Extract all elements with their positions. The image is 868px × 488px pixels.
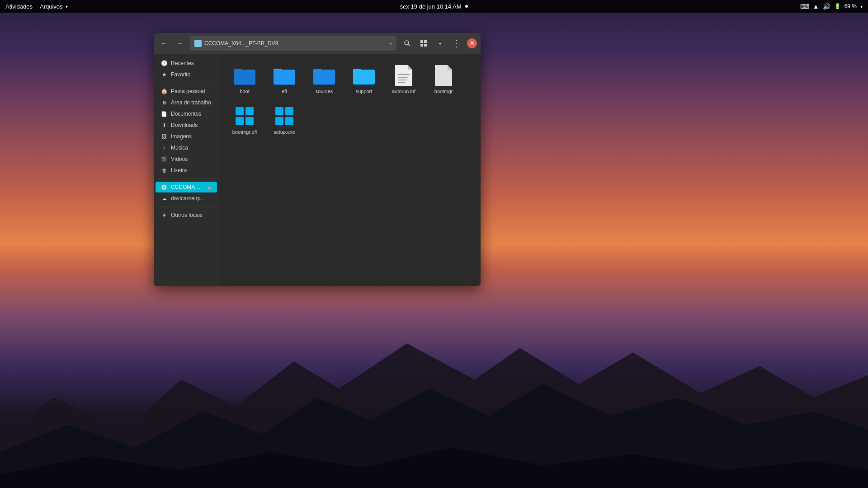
svg-rect-17 bbox=[313, 70, 335, 84]
file-item-sources[interactable]: sources bbox=[306, 61, 342, 98]
location-text: CCCOMA_X64..._PT-BR_DV9 bbox=[204, 40, 387, 47]
sidebar-divider-3 bbox=[157, 206, 215, 207]
svg-rect-11 bbox=[234, 70, 255, 84]
doc-icon-bootmgr bbox=[433, 65, 454, 86]
sidebar-item-recentes[interactable]: 🕐 Recentes bbox=[156, 58, 217, 69]
svg-rect-31 bbox=[236, 117, 244, 125]
sidebar-label-google-drive: davicarneirp@gmail... bbox=[171, 195, 207, 202]
svg-rect-30 bbox=[245, 107, 254, 115]
sidebar-item-outros-locais[interactable]: + Outros locais bbox=[156, 210, 217, 221]
svg-rect-7 bbox=[420, 44, 423, 47]
sidebar-item-downloads[interactable]: ⬇ Downloads bbox=[156, 120, 217, 131]
titlebar: ← → CCCOMA_X64..._PT-BR_DV9 ▾ bbox=[154, 33, 481, 54]
back-button[interactable]: ← bbox=[157, 37, 170, 50]
svg-rect-32 bbox=[245, 117, 254, 125]
videos-icon: 🎬 bbox=[161, 156, 167, 162]
svg-line-4 bbox=[408, 44, 410, 46]
svg-rect-33 bbox=[275, 107, 283, 115]
sidebar-label-area-trabalho: Área de trabalho bbox=[171, 99, 211, 106]
more-options-button[interactable]: ⋮ bbox=[449, 36, 463, 51]
view-dropdown-button[interactable]: ▾ bbox=[433, 36, 447, 51]
notification-dot bbox=[465, 5, 468, 8]
sidebar-item-imagens[interactable]: 🖼 Imagens bbox=[156, 131, 217, 142]
topbar-center: sex 19 de jun 10:14 AM bbox=[400, 3, 468, 10]
svg-rect-36 bbox=[285, 117, 293, 125]
svg-marker-22 bbox=[408, 65, 412, 70]
sidebar-label-favorito: Favorito bbox=[171, 71, 190, 78]
file-item-autorun-inf[interactable]: autorun.inf bbox=[386, 61, 422, 98]
recentes-icon: 🕐 bbox=[161, 60, 167, 66]
sidebar-item-documentos[interactable]: 📄 Documentos bbox=[156, 108, 217, 119]
sidebar-label-cccoma: CCCOMA_X64FR... bbox=[171, 184, 203, 190]
imagens-icon: 🖼 bbox=[161, 133, 167, 140]
keyboard-icon[interactable]: ⌨ bbox=[800, 3, 809, 10]
sidebar-item-musica[interactable]: ♪ Música bbox=[156, 142, 217, 153]
files-app-menu[interactable]: Arquivos ▾ bbox=[40, 3, 68, 10]
sidebar-item-pasta-pessoal[interactable]: 🏠 Pasta pessoal bbox=[156, 86, 217, 97]
close-button[interactable]: ✕ bbox=[467, 38, 477, 48]
sidebar-label-videos: Vídeos bbox=[171, 156, 188, 162]
doc-icon-autorun bbox=[393, 65, 415, 86]
file-label-efi: efi bbox=[282, 88, 287, 94]
sidebar-item-favorito[interactable]: ★ Favorito bbox=[156, 69, 217, 80]
svg-rect-26 bbox=[398, 82, 405, 83]
sidebar-label-recentes: Recentes bbox=[171, 60, 194, 66]
file-label-support: support bbox=[356, 88, 373, 94]
datetime-label: sex 19 de jun 10:14 AM bbox=[400, 3, 462, 10]
file-item-support[interactable]: support bbox=[346, 61, 382, 98]
file-label-boot: boot bbox=[240, 88, 249, 94]
topbar-right: ⌨ ▲ 🔊 🔋 69 % ▾ bbox=[800, 3, 863, 10]
svg-rect-6 bbox=[424, 40, 427, 43]
svg-marker-28 bbox=[448, 65, 452, 70]
forward-button[interactable]: → bbox=[174, 37, 186, 50]
sidebar-item-google-drive[interactable]: ☁ davicarneirp@gmail... bbox=[156, 193, 217, 204]
svg-rect-35 bbox=[275, 117, 283, 125]
folder-icon-efi bbox=[274, 65, 295, 86]
file-item-setup-exe[interactable]: setup.exe bbox=[266, 102, 302, 139]
file-manager-window: ← → CCCOMA_X64..._PT-BR_DV9 ▾ bbox=[154, 33, 481, 286]
sidebar-item-videos[interactable]: 🎬 Vídeos bbox=[156, 154, 217, 164]
eject-icon[interactable]: ⏏ bbox=[207, 184, 212, 190]
google-drive-icon: ☁ bbox=[161, 195, 167, 202]
activities-label[interactable]: Atividades bbox=[5, 3, 33, 10]
sidebar-label-imagens: Imagens bbox=[171, 133, 192, 140]
sidebar-item-lixeira[interactable]: 🗑 Lixeira bbox=[156, 165, 217, 176]
file-label-sources: sources bbox=[316, 88, 333, 94]
file-grid: boot efi bbox=[219, 54, 481, 286]
view-toggle-button[interactable] bbox=[416, 36, 431, 51]
topbar-left: Atividades Arquivos ▾ bbox=[5, 3, 68, 10]
area-trabalho-icon: 🖥 bbox=[161, 99, 167, 106]
file-item-boot[interactable]: boot bbox=[226, 61, 263, 98]
svg-rect-29 bbox=[236, 107, 244, 115]
windows-icon-setup bbox=[274, 105, 295, 127]
volume-icon[interactable]: 🔊 bbox=[823, 3, 830, 10]
svg-rect-25 bbox=[398, 80, 407, 80]
search-button[interactable] bbox=[400, 36, 415, 51]
wifi-icon[interactable]: ▲ bbox=[813, 3, 819, 10]
file-item-efi[interactable]: efi bbox=[266, 61, 302, 98]
folder-icon-support bbox=[353, 65, 375, 86]
file-label-bootmgr: bootmgr bbox=[434, 88, 453, 94]
svg-rect-14 bbox=[274, 70, 295, 84]
file-item-bootmgr-efi[interactable]: bootmgr.efi bbox=[226, 102, 263, 139]
sidebar-item-cccoma[interactable]: 💿 CCCOMA_X64FR... ⏏ bbox=[156, 182, 217, 192]
battery-icon[interactable]: 🔋 bbox=[834, 3, 841, 9]
sidebar-label-documentos: Documentos bbox=[171, 111, 201, 117]
location-bar[interactable]: CCCOMA_X64..._PT-BR_DV9 ▾ bbox=[190, 36, 396, 51]
file-item-bootmgr[interactable]: bootmgr bbox=[425, 61, 462, 98]
cccoma-icon: 💿 bbox=[161, 184, 167, 190]
downloads-icon: ⬇ bbox=[161, 122, 167, 128]
app-dropdown-icon: ▾ bbox=[66, 4, 68, 9]
app-name-label: Arquivos bbox=[40, 3, 63, 10]
file-label-setup-exe: setup.exe bbox=[274, 129, 295, 135]
svg-rect-5 bbox=[420, 40, 423, 43]
folder-icon-boot bbox=[234, 65, 255, 86]
lixeira-icon: 🗑 bbox=[161, 167, 167, 174]
svg-rect-34 bbox=[285, 107, 293, 115]
svg-point-3 bbox=[405, 41, 409, 45]
sidebar-item-area-trabalho[interactable]: 🖥 Área de trabalho bbox=[156, 97, 217, 108]
battery-label: 69 % bbox=[844, 3, 857, 9]
folder-icon-sources bbox=[313, 65, 335, 86]
svg-rect-23 bbox=[398, 74, 410, 75]
main-area: 🕐 Recentes ★ Favorito 🏠 Pasta pessoal 🖥 … bbox=[154, 54, 481, 286]
